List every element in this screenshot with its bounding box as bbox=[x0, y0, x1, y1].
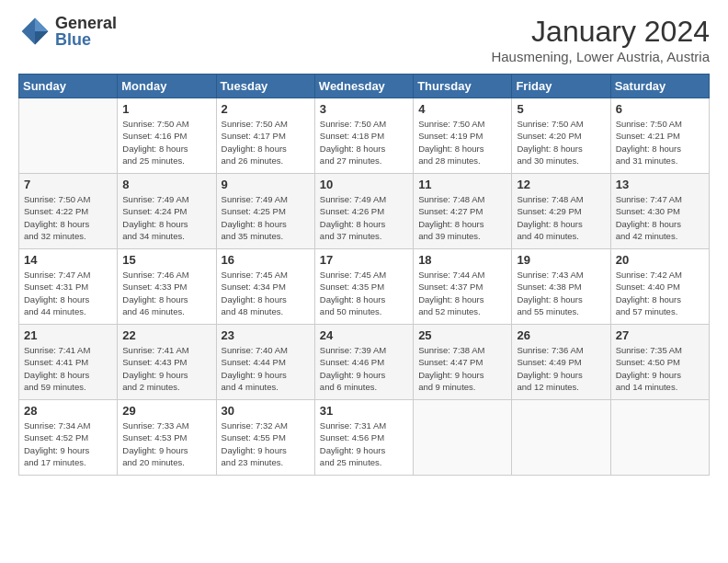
day-number: 2 bbox=[222, 102, 310, 116]
table-row: 5Sunrise: 7:50 AM Sunset: 4:20 PM Daylig… bbox=[512, 98, 610, 174]
day-info: Sunrise: 7:42 AM Sunset: 4:40 PM Dayligh… bbox=[616, 269, 704, 317]
table-row: 27Sunrise: 7:35 AM Sunset: 4:50 PM Dayli… bbox=[610, 325, 709, 400]
table-row: 19Sunrise: 7:43 AM Sunset: 4:38 PM Dayli… bbox=[512, 249, 610, 325]
svg-marker-1 bbox=[35, 18, 48, 31]
day-info: Sunrise: 7:41 AM Sunset: 4:41 PM Dayligh… bbox=[24, 344, 112, 393]
day-number: 15 bbox=[122, 253, 210, 267]
table-row bbox=[19, 98, 118, 174]
day-info: Sunrise: 7:36 AM Sunset: 4:49 PM Dayligh… bbox=[517, 344, 605, 393]
calendar-table: Sunday Monday Tuesday Wednesday Thursday… bbox=[18, 74, 710, 476]
header-wednesday: Wednesday bbox=[314, 75, 413, 98]
day-info: Sunrise: 7:47 AM Sunset: 4:31 PM Dayligh… bbox=[24, 269, 112, 317]
day-number: 31 bbox=[320, 404, 408, 418]
day-info: Sunrise: 7:41 AM Sunset: 4:43 PM Dayligh… bbox=[122, 344, 210, 393]
day-number: 8 bbox=[122, 178, 210, 191]
header-sunday: Sunday bbox=[19, 75, 118, 98]
table-row: 26Sunrise: 7:36 AM Sunset: 4:49 PM Dayli… bbox=[512, 325, 610, 400]
day-number: 11 bbox=[418, 178, 506, 191]
day-info: Sunrise: 7:45 AM Sunset: 4:35 PM Dayligh… bbox=[320, 269, 408, 317]
svg-marker-2 bbox=[35, 31, 48, 44]
table-row: 10Sunrise: 7:49 AM Sunset: 4:26 PM Dayli… bbox=[314, 174, 413, 249]
header: General Blue January 2024 Hausmening, Lo… bbox=[18, 15, 710, 64]
day-info: Sunrise: 7:40 AM Sunset: 4:44 PM Dayligh… bbox=[222, 344, 310, 393]
day-info: Sunrise: 7:44 AM Sunset: 4:37 PM Dayligh… bbox=[418, 269, 506, 317]
day-number: 7 bbox=[24, 178, 112, 191]
day-info: Sunrise: 7:49 AM Sunset: 4:26 PM Dayligh… bbox=[320, 193, 408, 242]
day-number: 25 bbox=[418, 328, 506, 342]
day-number: 9 bbox=[222, 178, 310, 191]
day-number: 13 bbox=[616, 178, 704, 191]
day-number: 26 bbox=[517, 328, 605, 342]
day-info: Sunrise: 7:35 AM Sunset: 4:50 PM Dayligh… bbox=[616, 344, 704, 393]
day-info: Sunrise: 7:50 AM Sunset: 4:19 PM Dayligh… bbox=[418, 118, 506, 167]
table-row: 16Sunrise: 7:45 AM Sunset: 4:34 PM Dayli… bbox=[216, 249, 314, 325]
calendar-subtitle: Hausmening, Lower Austria, Austria bbox=[491, 49, 710, 64]
day-number: 16 bbox=[222, 253, 310, 267]
table-row: 29Sunrise: 7:33 AM Sunset: 4:53 PM Dayli… bbox=[118, 400, 216, 476]
table-row: 4Sunrise: 7:50 AM Sunset: 4:19 PM Daylig… bbox=[414, 98, 512, 174]
day-info: Sunrise: 7:50 AM Sunset: 4:21 PM Dayligh… bbox=[616, 118, 704, 167]
table-row: 9Sunrise: 7:49 AM Sunset: 4:25 PM Daylig… bbox=[216, 174, 314, 249]
table-row: 28Sunrise: 7:34 AM Sunset: 4:52 PM Dayli… bbox=[19, 400, 118, 476]
table-row: 6Sunrise: 7:50 AM Sunset: 4:21 PM Daylig… bbox=[610, 98, 709, 174]
day-number: 17 bbox=[320, 253, 408, 267]
day-number: 28 bbox=[24, 404, 112, 418]
day-number: 6 bbox=[616, 102, 704, 116]
day-number: 10 bbox=[320, 178, 408, 191]
calendar-week-row: 28Sunrise: 7:34 AM Sunset: 4:52 PM Dayli… bbox=[19, 400, 710, 476]
table-row: 8Sunrise: 7:49 AM Sunset: 4:24 PM Daylig… bbox=[118, 174, 216, 249]
day-info: Sunrise: 7:50 AM Sunset: 4:16 PM Dayligh… bbox=[122, 118, 210, 167]
title-block: January 2024 Hausmening, Lower Austria, … bbox=[491, 15, 710, 64]
table-row: 3Sunrise: 7:50 AM Sunset: 4:18 PM Daylig… bbox=[314, 98, 413, 174]
table-row: 13Sunrise: 7:47 AM Sunset: 4:30 PM Dayli… bbox=[610, 174, 709, 249]
table-row: 15Sunrise: 7:46 AM Sunset: 4:33 PM Dayli… bbox=[118, 249, 216, 325]
day-number: 5 bbox=[517, 102, 605, 116]
day-number: 12 bbox=[517, 178, 605, 191]
table-row: 30Sunrise: 7:32 AM Sunset: 4:55 PM Dayli… bbox=[216, 400, 314, 476]
day-info: Sunrise: 7:50 AM Sunset: 4:18 PM Dayligh… bbox=[320, 118, 408, 167]
table-row: 23Sunrise: 7:40 AM Sunset: 4:44 PM Dayli… bbox=[216, 325, 314, 400]
table-row: 17Sunrise: 7:45 AM Sunset: 4:35 PM Dayli… bbox=[314, 249, 413, 325]
day-info: Sunrise: 7:50 AM Sunset: 4:22 PM Dayligh… bbox=[24, 193, 112, 242]
day-info: Sunrise: 7:43 AM Sunset: 4:38 PM Dayligh… bbox=[517, 269, 605, 317]
logo-general-text: General bbox=[55, 15, 117, 31]
day-info: Sunrise: 7:48 AM Sunset: 4:27 PM Dayligh… bbox=[418, 193, 506, 242]
header-thursday: Thursday bbox=[414, 75, 512, 98]
table-row bbox=[610, 400, 709, 476]
header-monday: Monday bbox=[118, 75, 216, 98]
table-row: 12Sunrise: 7:48 AM Sunset: 4:29 PM Dayli… bbox=[512, 174, 610, 249]
logo-icon bbox=[18, 15, 51, 48]
day-number: 21 bbox=[24, 328, 112, 342]
day-info: Sunrise: 7:46 AM Sunset: 4:33 PM Dayligh… bbox=[122, 269, 210, 317]
table-row: 31Sunrise: 7:31 AM Sunset: 4:56 PM Dayli… bbox=[314, 400, 413, 476]
table-row bbox=[414, 400, 512, 476]
day-number: 14 bbox=[24, 253, 112, 267]
logo: General Blue bbox=[18, 15, 117, 48]
day-info: Sunrise: 7:50 AM Sunset: 4:20 PM Dayligh… bbox=[517, 118, 605, 167]
day-number: 29 bbox=[122, 404, 210, 418]
day-info: Sunrise: 7:49 AM Sunset: 4:24 PM Dayligh… bbox=[122, 193, 210, 242]
table-row: 7Sunrise: 7:50 AM Sunset: 4:22 PM Daylig… bbox=[19, 174, 118, 249]
table-row bbox=[512, 400, 610, 476]
header-saturday: Saturday bbox=[610, 75, 709, 98]
day-number: 1 bbox=[122, 102, 210, 116]
table-row: 22Sunrise: 7:41 AM Sunset: 4:43 PM Dayli… bbox=[118, 325, 216, 400]
table-row: 20Sunrise: 7:42 AM Sunset: 4:40 PM Dayli… bbox=[610, 249, 709, 325]
day-number: 24 bbox=[320, 328, 408, 342]
table-row: 25Sunrise: 7:38 AM Sunset: 4:47 PM Dayli… bbox=[414, 325, 512, 400]
day-number: 20 bbox=[616, 253, 704, 267]
day-number: 4 bbox=[418, 102, 506, 116]
day-info: Sunrise: 7:33 AM Sunset: 4:53 PM Dayligh… bbox=[122, 419, 210, 468]
day-info: Sunrise: 7:39 AM Sunset: 4:46 PM Dayligh… bbox=[320, 344, 408, 393]
table-row: 24Sunrise: 7:39 AM Sunset: 4:46 PM Dayli… bbox=[314, 325, 413, 400]
table-row: 18Sunrise: 7:44 AM Sunset: 4:37 PM Dayli… bbox=[414, 249, 512, 325]
table-row: 14Sunrise: 7:47 AM Sunset: 4:31 PM Dayli… bbox=[19, 249, 118, 325]
calendar-week-row: 14Sunrise: 7:47 AM Sunset: 4:31 PM Dayli… bbox=[19, 249, 710, 325]
day-info: Sunrise: 7:50 AM Sunset: 4:17 PM Dayligh… bbox=[222, 118, 310, 167]
day-info: Sunrise: 7:48 AM Sunset: 4:29 PM Dayligh… bbox=[517, 193, 605, 242]
day-info: Sunrise: 7:38 AM Sunset: 4:47 PM Dayligh… bbox=[418, 344, 506, 393]
page: General Blue January 2024 Hausmening, Lo… bbox=[0, 0, 728, 563]
logo-text: General Blue bbox=[55, 15, 117, 48]
header-row: Sunday Monday Tuesday Wednesday Thursday… bbox=[19, 75, 710, 98]
day-info: Sunrise: 7:49 AM Sunset: 4:25 PM Dayligh… bbox=[222, 193, 310, 242]
